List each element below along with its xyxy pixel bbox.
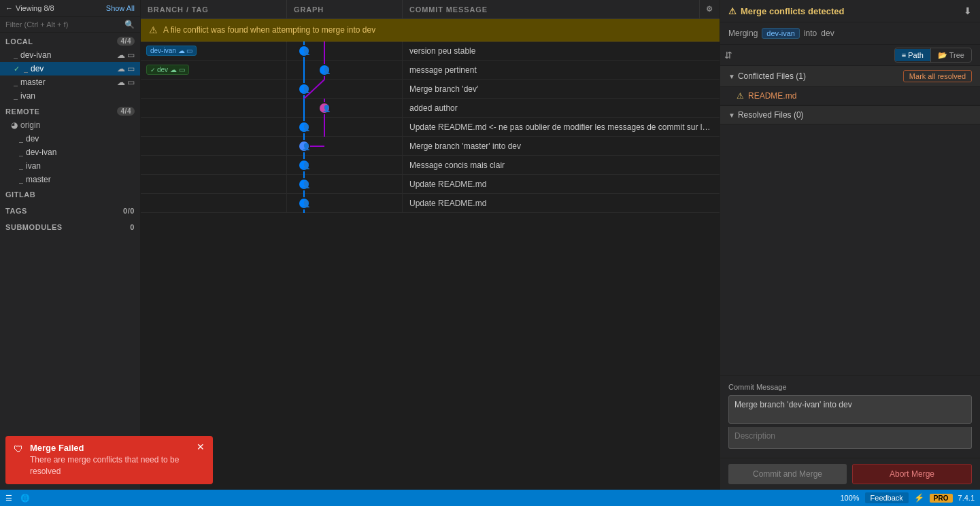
commit-message: Update README.md <- ne pas oublier de mo… bbox=[403, 122, 720, 132]
abort-merge-button[interactable]: Abort Merge bbox=[852, 464, 972, 484]
commit-row[interactable]: 👤 Update README.md bbox=[141, 175, 720, 194]
sort-icon[interactable]: ⇵ bbox=[724, 50, 732, 61]
commit-and-merge-button[interactable]: Commit and Merge bbox=[728, 464, 847, 484]
origin-item[interactable]: ◕ origin bbox=[0, 118, 140, 132]
branch-icon: ⎯ bbox=[19, 163, 23, 170]
toast-close-button[interactable]: ✕ bbox=[197, 441, 205, 452]
submodules-label: SUBMODULES bbox=[5, 223, 63, 231]
search-input[interactable] bbox=[5, 20, 122, 29]
submodules-count: 0 bbox=[130, 223, 135, 231]
svg-text:👤: 👤 bbox=[322, 66, 331, 75]
remote-branch-dev[interactable]: ⎯ dev bbox=[0, 132, 140, 146]
graph-col-header: GRAPH bbox=[287, 0, 403, 18]
branch-action-icons: ☁ ▭ bbox=[117, 64, 135, 73]
branch-tag-dev-ivan: dev-ivan ☁ ▭ bbox=[146, 46, 197, 56]
main-area: BRANCH / TAG GRAPH COMMIT MESSAGE ⚙ ⚠ A … bbox=[141, 0, 720, 490]
globe-icon-btn[interactable]: 🌐 bbox=[20, 494, 30, 503]
conflicted-file-item[interactable]: ⚠ README.md bbox=[720, 87, 980, 105]
remote-branch-ivan[interactable]: ⎯ ivan bbox=[0, 159, 140, 173]
feedback-button[interactable]: Feedback bbox=[865, 492, 909, 503]
resolved-files-label: Resolved Files (0) bbox=[738, 110, 804, 120]
commit-row[interactable]: 👤 Merge branch 'dev' bbox=[141, 80, 720, 99]
local-section-header[interactable]: LOCAL 4/4 bbox=[0, 33, 140, 48]
svg-text:👤: 👤 bbox=[302, 123, 311, 132]
branch-icon: ⎯ bbox=[14, 79, 18, 86]
commit-branch-col bbox=[141, 118, 287, 136]
origin-label: origin bbox=[20, 120, 40, 130]
svg-text:👤: 👤 bbox=[302, 142, 311, 151]
remote-section-header[interactable]: REMOTE 4/4 bbox=[0, 103, 140, 118]
commit-graph-col: 👤 bbox=[287, 175, 403, 193]
branch-name: dev bbox=[26, 134, 39, 144]
branch-icon: ⎯ bbox=[14, 92, 18, 100]
remote-branch-dev-ivan[interactable]: ⎯ dev-ivan bbox=[0, 146, 140, 159]
branch-icon: ⎯ bbox=[14, 52, 18, 59]
svg-text:👤: 👤 bbox=[302, 199, 311, 208]
commit-branch-col: dev-ivan ☁ ▭ bbox=[141, 41, 287, 60]
mark-all-resolved-button[interactable]: Mark all resolved bbox=[903, 70, 972, 82]
graph-header: BRANCH / TAG GRAPH COMMIT MESSAGE ⚙ bbox=[141, 0, 720, 19]
commit-branch-col bbox=[141, 80, 287, 98]
commit-message-input[interactable]: Merge branch 'dev-ivan' into dev bbox=[728, 395, 972, 424]
file-warning-icon: ⚠ bbox=[737, 91, 744, 101]
commit-message: Merge branch 'dev' bbox=[403, 84, 720, 94]
chevron-down-icon: ▼ bbox=[728, 73, 735, 80]
zoom-level[interactable]: 100% bbox=[840, 494, 859, 502]
remote-count: 4/4 bbox=[117, 107, 135, 116]
path-view-btn[interactable]: ≡ Path bbox=[895, 49, 930, 61]
commit-row[interactable]: ✓ dev ☁ ▭ 👤 message pertinent bbox=[141, 61, 720, 80]
right-panel: ⚠ Merge conflicts detected ⬇ Merging dev… bbox=[720, 0, 980, 490]
conflicted-files-header[interactable]: ▼ Conflicted Files (1) Mark all resolved bbox=[720, 66, 980, 87]
commit-graph-col: 👤 bbox=[287, 99, 403, 117]
commit-message: Message concis mais clair bbox=[403, 161, 720, 170]
commit-row[interactable]: 👤 Update README.md bbox=[141, 194, 720, 213]
commit-row[interactable]: dev-ivan ☁ ▭ 👤 version peu stable bbox=[141, 41, 720, 61]
commit-message: Update README.md bbox=[403, 199, 720, 208]
version-label: 7.4.1 bbox=[958, 494, 975, 502]
commit-row[interactable]: 👤 Merge branch 'master' into dev bbox=[141, 137, 720, 156]
tree-view-btn[interactable]: 📂 Tree bbox=[931, 49, 971, 62]
branch-name: master bbox=[20, 78, 46, 87]
branch-item-dev[interactable]: ✓ ⎯ dev ☁ ▭ bbox=[0, 62, 140, 75]
commit-message: message pertinent bbox=[403, 65, 720, 75]
commit-description-input[interactable] bbox=[728, 427, 972, 449]
lightning-icon: ⚡ bbox=[914, 493, 924, 503]
merge-view-row: ⇵ ≡ Path 📂 Tree bbox=[720, 45, 980, 66]
resolved-files-header[interactable]: ▼ Resolved Files (0) bbox=[720, 106, 980, 124]
commit-row[interactable]: 👤 Update README.md <- ne pas oublier de … bbox=[141, 118, 720, 137]
files-section: ▼ Conflicted Files (1) Mark all resolved… bbox=[720, 66, 980, 375]
status-bar: ☰ 🌐 100% Feedback ⚡ PRO 7.4.1 bbox=[0, 490, 980, 506]
branch-icon: ⎯ bbox=[24, 65, 28, 73]
branch-name: ivan bbox=[20, 91, 35, 101]
cloud-icon: ☁ bbox=[117, 78, 125, 87]
merge-info: Merging dev-ivan into dev bbox=[720, 22, 980, 45]
submodules-section[interactable]: SUBMODULES 0 bbox=[0, 219, 140, 235]
svg-text:👤: 👤 bbox=[322, 104, 331, 113]
gitlab-section[interactable]: GITLAB bbox=[0, 186, 140, 203]
show-all-link[interactable]: Show All bbox=[106, 4, 135, 12]
toast-shield-icon: 🛡 bbox=[14, 443, 23, 454]
view-toggle: ≡ Path 📂 Tree bbox=[894, 48, 972, 63]
settings-col-header[interactable]: ⚙ bbox=[699, 0, 720, 18]
monitor-icon: ▭ bbox=[127, 64, 135, 73]
search-bar: 🔍 bbox=[0, 17, 140, 33]
commit-row[interactable]: 👤 added author bbox=[141, 99, 720, 118]
toast-body: There are merge conflicts that need to b… bbox=[30, 454, 190, 477]
list-icon-btn[interactable]: ☰ bbox=[5, 494, 12, 503]
download-icon[interactable]: ⬇ bbox=[964, 5, 972, 16]
conflicted-files-label: Conflicted Files (1) bbox=[738, 71, 806, 81]
branch-item-dev-ivan[interactable]: ⎯ dev-ivan ☁ ▭ bbox=[0, 48, 140, 62]
commit-graph-col: 👤 bbox=[287, 118, 403, 136]
commit-graph-col: 👤 bbox=[287, 137, 403, 155]
search-icon: 🔍 bbox=[124, 20, 135, 29]
branch-item-ivan[interactable]: ⎯ ivan bbox=[0, 89, 140, 103]
commit-graph-col: 👤 bbox=[287, 41, 403, 60]
pro-badge: PRO bbox=[930, 494, 953, 503]
branch-item-master[interactable]: ⎯ master ☁ ▭ bbox=[0, 75, 140, 89]
commit-row[interactable]: 👤 Message concis mais clair bbox=[141, 156, 720, 175]
remote-branch-master[interactable]: ⎯ master bbox=[0, 173, 140, 186]
conflict-title-text: Merge conflicts detected bbox=[741, 6, 844, 16]
commit-branch-col bbox=[141, 99, 287, 117]
tags-section[interactable]: TAGS 0/0 bbox=[0, 203, 140, 219]
conflict-banner-text: A file conflict was found when attemptin… bbox=[163, 25, 375, 35]
